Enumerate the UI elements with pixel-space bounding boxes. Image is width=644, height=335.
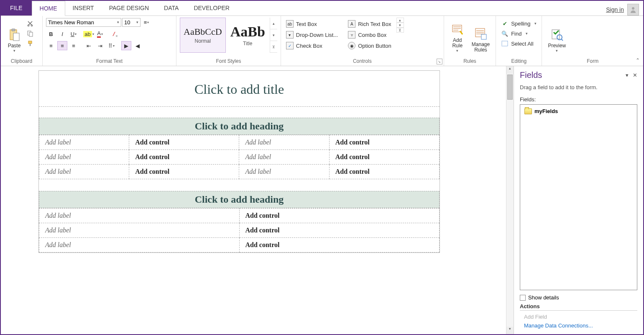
form-group: Preview Form ⌃ bbox=[542, 16, 643, 66]
control-cell[interactable]: Add control bbox=[239, 238, 440, 253]
ribbon: Paste Clipboard Times New Roman▾ 10▾ ≡ bbox=[1, 16, 643, 66]
form-canvas[interactable]: Click to add title Click to add heading … bbox=[38, 70, 440, 253]
table-row: Add label Add control Add label Add cont… bbox=[39, 135, 440, 150]
control-rich-text-box[interactable]: ARich Text Box bbox=[346, 19, 393, 28]
manage-data-connections-link[interactable]: Manage Data Connections... bbox=[520, 321, 637, 330]
svg-rect-13 bbox=[502, 41, 508, 46]
font-styles-group: AaBbCcD Normal AaBb Title ▴ ▾ ⊻ Font Sty… bbox=[176, 16, 281, 66]
increase-indent-button[interactable]: ⇥ bbox=[95, 41, 105, 50]
fields-tree[interactable]: myFields bbox=[520, 104, 637, 290]
pane-close-icon[interactable]: ✕ bbox=[633, 72, 637, 78]
fields-list-label: Fields: bbox=[520, 96, 637, 103]
label-cell[interactable]: Add label bbox=[239, 165, 329, 179]
align-center-button[interactable]: ≡ bbox=[57, 41, 67, 50]
table-row: Add label Add control bbox=[39, 238, 440, 253]
spelling-button[interactable]: ✔Spelling▾ bbox=[499, 19, 538, 28]
fields-pane: Fields ▾ ✕ Drag a field to add it to the… bbox=[514, 66, 643, 334]
select-all-button[interactable]: Select All bbox=[499, 39, 538, 48]
label-cell[interactable]: Add label bbox=[39, 150, 129, 165]
styles-scroll-up[interactable]: ▴ bbox=[270, 18, 277, 29]
format-painter-icon[interactable] bbox=[26, 39, 34, 48]
font-name-combo[interactable]: Times New Roman▾ bbox=[46, 18, 121, 27]
section-heading-1[interactable]: Click to add heading bbox=[39, 118, 440, 135]
developer-tab[interactable]: DEVELOPER bbox=[186, 0, 237, 15]
control-cell[interactable]: Add control bbox=[239, 209, 440, 223]
ltr-button[interactable]: ▶ bbox=[121, 41, 131, 50]
label-cell[interactable]: Add label bbox=[239, 150, 329, 165]
preview-button[interactable]: Preview bbox=[545, 18, 568, 54]
cut-icon[interactable] bbox=[26, 19, 34, 28]
label-cell[interactable]: Add label bbox=[39, 223, 240, 238]
svg-rect-2 bbox=[12, 29, 15, 31]
control-dropdown-list[interactable]: ▾Drop-Down List... bbox=[284, 30, 340, 39]
control-cell[interactable]: Add control bbox=[329, 135, 439, 150]
svg-rect-7 bbox=[29, 32, 33, 36]
rules-group: Add Rule Manage Rules Rules bbox=[444, 16, 496, 66]
home-tab[interactable]: HOME bbox=[32, 1, 65, 16]
controls-launcher[interactable]: ↘ bbox=[437, 59, 442, 64]
clear-formatting-button[interactable] bbox=[110, 29, 120, 39]
insert-tab[interactable]: INSERT bbox=[65, 0, 102, 15]
collapse-ribbon-icon[interactable]: ⌃ bbox=[636, 57, 640, 63]
folder-icon bbox=[524, 108, 532, 114]
font-color-button[interactable]: A bbox=[95, 29, 105, 39]
section-heading-2[interactable]: Click to add heading bbox=[39, 191, 440, 208]
label-cell[interactable]: Add label bbox=[39, 238, 240, 253]
control-cell[interactable]: Add control bbox=[129, 150, 239, 165]
highlight-button[interactable]: ab bbox=[84, 29, 94, 39]
control-cell[interactable]: Add control bbox=[329, 150, 439, 165]
label-cell[interactable]: Add label bbox=[39, 165, 129, 179]
bold-button[interactable]: B bbox=[46, 29, 56, 39]
align-right-button[interactable]: ≡ bbox=[69, 41, 79, 50]
scroll-up-icon[interactable]: ▴ bbox=[506, 66, 514, 74]
rtl-button[interactable]: ◀ bbox=[133, 41, 143, 50]
avatar-placeholder-icon[interactable] bbox=[627, 4, 639, 15]
svg-rect-8 bbox=[28, 41, 32, 44]
data-tab[interactable]: DATA bbox=[156, 0, 186, 15]
file-tab[interactable]: FILE bbox=[1, 0, 32, 15]
control-text-box[interactable]: abText Box bbox=[284, 19, 340, 28]
numbering-button[interactable]: ⠿ bbox=[106, 41, 116, 50]
format-text-group: Times New Roman▾ 10▾ ≡ B I U ab A ≡ ≡ bbox=[43, 16, 176, 66]
style-normal[interactable]: AaBbCcD Normal bbox=[180, 18, 226, 53]
manage-rules-button[interactable]: Manage Rules bbox=[469, 18, 492, 54]
controls-scroll-up[interactable]: ▴ bbox=[396, 18, 404, 23]
styles-scroll-down[interactable]: ▾ bbox=[270, 29, 277, 41]
show-details-checkbox[interactable]: Show details bbox=[520, 294, 637, 301]
controls-group: abText Box ▾Drop-Down List... ✓Check Box… bbox=[281, 16, 444, 66]
align-left-button[interactable]: ≡ bbox=[46, 41, 56, 50]
style-title[interactable]: AaBb Title bbox=[227, 18, 269, 53]
find-icon: 🔍 bbox=[501, 30, 509, 37]
signin-area: Sign in bbox=[606, 4, 643, 15]
label-cell[interactable]: Add label bbox=[39, 135, 129, 150]
label-cell[interactable]: Add label bbox=[39, 209, 240, 223]
scroll-thumb[interactable] bbox=[507, 75, 513, 100]
control-check-box[interactable]: ✓Check Box bbox=[284, 41, 340, 50]
control-cell[interactable]: Add control bbox=[129, 165, 239, 179]
paste-button[interactable]: Paste bbox=[4, 18, 24, 54]
control-cell[interactable]: Add control bbox=[329, 165, 439, 179]
bullets-button[interactable]: ≡ bbox=[141, 18, 151, 27]
styles-expand[interactable]: ⊻ bbox=[270, 41, 277, 53]
signin-link[interactable]: Sign in bbox=[606, 6, 624, 13]
vertical-scrollbar[interactable]: ▴ ▾ bbox=[506, 66, 514, 334]
form-title-placeholder[interactable]: Click to add title bbox=[39, 71, 440, 106]
control-option-button[interactable]: ◉Option Button bbox=[346, 41, 393, 50]
control-combo-box[interactable]: ▿Combo Box bbox=[346, 30, 393, 39]
add-rule-button[interactable]: Add Rule bbox=[447, 18, 468, 54]
font-size-combo[interactable]: 10▾ bbox=[122, 18, 141, 27]
scroll-down-icon[interactable]: ▾ bbox=[506, 327, 514, 334]
underline-button[interactable]: U bbox=[69, 29, 79, 39]
decrease-indent-button[interactable]: ⇤ bbox=[84, 41, 94, 50]
find-button[interactable]: 🔍Find▾ bbox=[499, 29, 538, 38]
pane-menu-icon[interactable]: ▾ bbox=[626, 72, 629, 78]
italic-button[interactable]: I bbox=[57, 29, 67, 39]
controls-scroll-down[interactable]: ▾ bbox=[396, 23, 404, 28]
label-cell[interactable]: Add label bbox=[239, 135, 329, 150]
myfields-node[interactable]: myFields bbox=[523, 107, 634, 115]
control-cell[interactable]: Add control bbox=[239, 223, 440, 238]
control-cell[interactable]: Add control bbox=[129, 135, 239, 150]
copy-icon[interactable] bbox=[26, 29, 34, 38]
page-design-tab[interactable]: PAGE DESIGN bbox=[102, 0, 156, 15]
controls-expand[interactable]: ⊻ bbox=[396, 28, 404, 33]
